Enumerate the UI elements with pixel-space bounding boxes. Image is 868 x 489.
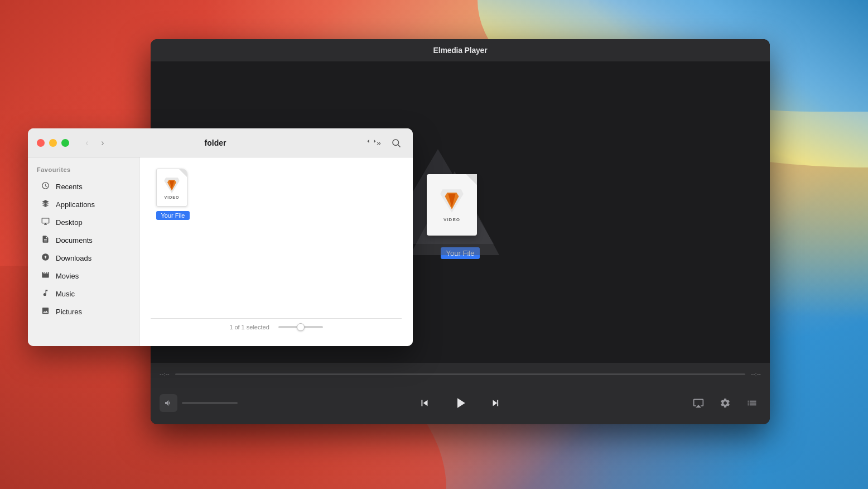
sidebar-item-movies[interactable]: Movies — [31, 267, 136, 285]
file-elmedia-logo-svg — [163, 176, 181, 194]
recents-icon — [40, 181, 50, 191]
sidebar-section-favourites: Favourites — [28, 164, 139, 178]
file-icon-wrapper: VIDEO — [156, 169, 190, 209]
player-file-icon-container: VIDEO Your File — [427, 166, 494, 259]
movies-icon — [40, 271, 50, 281]
monitor-icon — [41, 217, 50, 226]
sidebar-item-applications[interactable]: Applications — [31, 195, 136, 213]
right-controls — [683, 394, 761, 412]
film-icon — [41, 271, 50, 279]
player-controls: --:-- --:-- — [151, 363, 770, 424]
next-icon — [490, 397, 502, 409]
nav-arrows: ‹ › — [80, 136, 109, 150]
volume-section — [160, 394, 238, 412]
finder-statusbar: 1 of 1 selected — [151, 318, 402, 335]
doc-paper: VIDEO — [156, 169, 187, 207]
playlist-icon — [746, 397, 758, 409]
clock-icon — [41, 181, 50, 190]
finder-titlebar: ‹ › folder » — [28, 128, 413, 157]
window-buttons — [37, 139, 69, 147]
close-button[interactable] — [37, 139, 45, 147]
player-titlebar: Elmedia Player — [151, 39, 770, 61]
playlist-button[interactable] — [743, 394, 761, 412]
desktop-label: Desktop — [56, 218, 83, 227]
play-icon — [452, 395, 469, 411]
back-button[interactable]: ‹ — [80, 136, 94, 150]
sidebar-item-pictures[interactable]: Pictures — [31, 303, 136, 320]
documents-label: Documents — [56, 236, 93, 244]
doc-icon — [41, 235, 50, 243]
finder-content: VIDEO Your File 1 of 1 selected — [139, 157, 413, 346]
applications-label: Applications — [56, 200, 95, 209]
time-end: --:-- — [751, 371, 761, 377]
finder-toolbar-right: » — [366, 135, 404, 151]
airplay-icon — [693, 397, 704, 409]
documents-icon — [40, 235, 50, 245]
progress-bar-container: --:-- --:-- — [160, 363, 761, 382]
applications-icon — [40, 199, 50, 209]
downloads-label: Downloads — [56, 254, 91, 262]
recents-label: Recents — [56, 183, 83, 191]
search-button[interactable] — [388, 135, 404, 151]
finder-body: Favourites Recents Applications — [28, 157, 413, 346]
file-doc-label: VIDEO — [165, 195, 180, 199]
forward-button[interactable]: › — [96, 136, 109, 150]
finder-title: folder — [116, 138, 315, 147]
player-doc-icon: VIDEO — [427, 174, 477, 236]
controls-row — [160, 382, 761, 424]
file-grid: VIDEO Your File — [151, 169, 402, 318]
search-icon — [391, 138, 401, 148]
sidebar-item-recents[interactable]: Recents — [31, 178, 136, 195]
sidebar-item-downloads[interactable]: Downloads — [31, 249, 136, 267]
image-icon — [41, 306, 50, 315]
volume-icon — [164, 399, 173, 408]
chevrons-icon — [367, 138, 377, 148]
maximize-button[interactable] — [61, 139, 69, 147]
airplay-button[interactable] — [689, 394, 707, 412]
sidebar-item-documents[interactable]: Documents — [31, 231, 136, 249]
settings-icon — [720, 397, 731, 409]
finder-sidebar: Favourites Recents Applications — [28, 157, 139, 346]
volume-track[interactable] — [182, 402, 238, 404]
prev-button[interactable] — [414, 393, 435, 413]
icon-size-slider[interactable] — [278, 326, 323, 328]
next-button[interactable] — [486, 393, 506, 413]
volume-button[interactable] — [160, 394, 177, 412]
apps-icon — [41, 199, 50, 208]
playback-controls — [414, 391, 506, 415]
view-options-button[interactable]: » — [366, 135, 382, 151]
file-name-badge: Your File — [156, 211, 189, 220]
time-start: --:-- — [160, 371, 170, 377]
music-icon — [40, 289, 50, 299]
prev-icon — [418, 397, 431, 409]
desktop-icon — [40, 217, 50, 227]
sidebar-item-music[interactable]: Music — [31, 285, 136, 303]
download-icon — [41, 253, 50, 261]
sidebar-item-desktop[interactable]: Desktop — [31, 213, 136, 231]
settings-button[interactable] — [716, 394, 734, 412]
minimize-button[interactable] — [49, 139, 57, 147]
player-doc-label: VIDEO — [443, 217, 460, 222]
finder-window: ‹ › folder » Favourites — [28, 128, 413, 346]
status-selected: 1 of 1 selected — [229, 324, 269, 330]
slider-thumb — [297, 323, 305, 331]
svg-line-7 — [398, 145, 400, 147]
pictures-label: Pictures — [56, 308, 82, 316]
player-title: Elmedia Player — [433, 46, 488, 55]
play-button[interactable] — [448, 391, 472, 415]
player-file-icon: VIDEO — [427, 166, 494, 238]
file-item[interactable]: VIDEO Your File — [151, 169, 195, 220]
movies-label: Movies — [56, 272, 79, 280]
music-note-icon — [41, 289, 50, 297]
svg-point-6 — [393, 140, 399, 146]
downloads-icon — [40, 253, 50, 263]
slider-track[interactable] — [278, 326, 323, 328]
progress-track[interactable] — [175, 373, 746, 375]
pictures-icon — [40, 306, 50, 317]
player-elmedia-logo-svg — [438, 187, 466, 215]
music-label: Music — [56, 290, 75, 298]
